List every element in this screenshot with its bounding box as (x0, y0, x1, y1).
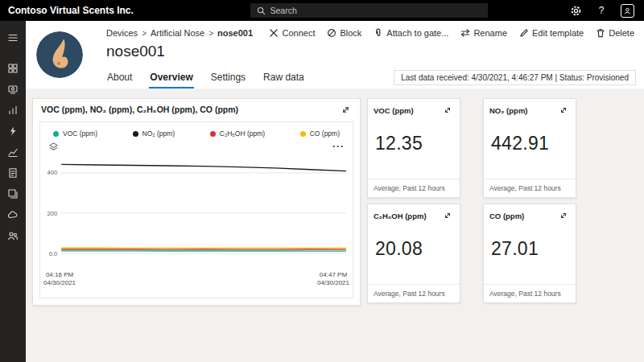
chart-card-title: VOC (ppm), NO₂ (ppm), C₂H₅OH (ppm), CO (… (41, 105, 339, 114)
voc-legend-label: VOC (ppm) (63, 130, 97, 138)
rename-label: Rename (473, 28, 507, 38)
devices-icon (7, 84, 19, 95)
settings-button[interactable] (568, 3, 583, 18)
analytics-icon (7, 146, 19, 158)
menu-icon (7, 32, 19, 43)
expand-icon (444, 212, 452, 220)
nav-item-device-groups[interactable] (0, 100, 26, 121)
tile-value: 20.08 (375, 238, 423, 260)
breadcrumb-current: nose001 (217, 28, 253, 38)
kpi-tile-co: CO (ppm) 27.01 Average, Past 12 hours (483, 204, 576, 303)
tile-footer: Average, Past 12 hours (368, 284, 460, 302)
tile-footer: Average, Past 12 hours (484, 179, 576, 197)
edit-template-label: Edit template (532, 28, 584, 38)
layers-toggle-button[interactable] (48, 142, 59, 152)
chart-card-header: VOC (ppm), NO₂ (ppm), C₂H₅OH (ppm), CO (… (33, 99, 360, 120)
search-input[interactable] (270, 6, 481, 15)
chart-x-axis: 04:16 PM 04/30/2021 04:47 PM 04/30/2021 (40, 269, 353, 287)
no2-legend-dot (133, 131, 138, 137)
expand-icon (559, 212, 568, 220)
overview-content: VOC (ppm), NO₂ (ppm), C₂H₅OH (ppm), CO (… (26, 88, 644, 362)
more-options-button[interactable]: ··· (332, 143, 345, 150)
c2h5oh-legend-label: C₂H₅OH (ppm) (220, 130, 265, 138)
topbar-actions: ? (568, 3, 644, 18)
breadcrumb-devices[interactable]: Devices (106, 28, 138, 38)
tile-footer: Average, Past 12 hours (484, 284, 576, 302)
nav-item-data-export[interactable] (0, 204, 26, 225)
tile-expand-button[interactable] (441, 209, 454, 222)
legend-item-co[interactable]: CO (ppm) (300, 130, 340, 138)
legend-item-c2h5oh[interactable]: C₂H₅OH (ppm) (210, 130, 265, 138)
nav-item-administration[interactable] (0, 225, 26, 246)
breadcrumb-artificial-nose[interactable]: Artificial Nose (151, 28, 204, 38)
nav-item-rules[interactable] (0, 121, 26, 142)
tile-expand-button[interactable] (441, 104, 454, 117)
svg-text:400: 400 (47, 170, 58, 177)
app-title: Contoso Virtual Scents Inc. (0, 5, 169, 16)
edit-icon (519, 28, 529, 38)
tile-expand-button[interactable] (557, 209, 570, 222)
tile-value: 442.91 (491, 133, 549, 154)
gear-icon (570, 5, 582, 17)
dashboard-icon (7, 63, 19, 74)
tile-header: NO₂ (ppm) (484, 99, 576, 117)
nav-menu-toggle[interactable] (0, 27, 26, 48)
connect-button[interactable]: Connect (269, 28, 315, 38)
chart-expand-button[interactable] (339, 103, 352, 116)
x-axis-end-label: 04:47 PM 04/30/2021 (317, 271, 349, 287)
expand-icon (341, 105, 350, 114)
legend-item-no2[interactable]: NO₂ (ppm) (133, 130, 175, 138)
tile-header: VOC (ppm) (368, 99, 460, 117)
nav-item-jobs[interactable] (0, 162, 26, 183)
tile-title: CO (ppm) (489, 212, 557, 220)
tile-expand-button[interactable] (557, 104, 570, 117)
tile-title: C₂H₅OH (ppm) (374, 212, 441, 220)
tile-header: C₂H₅OH (ppm) (368, 204, 460, 222)
expand-icon (444, 106, 452, 114)
tile-title: NO₂ (ppm) (489, 106, 557, 115)
edit-template-button[interactable]: Edit template (519, 28, 584, 38)
legend-item-voc[interactable]: VOC (ppm) (53, 130, 97, 138)
nav-item-devices[interactable] (0, 79, 26, 100)
nav-item-analytics[interactable] (0, 142, 26, 162)
account-button[interactable] (620, 3, 634, 18)
nav-item-device-templates[interactable] (0, 183, 26, 204)
delete-button[interactable]: Delete (596, 28, 634, 38)
tab-overview[interactable]: Overview (149, 69, 193, 88)
help-button[interactable]: ? (594, 3, 609, 18)
attach-to-gateway-button[interactable]: Attach to gate... (374, 28, 448, 38)
device-header: Devices > Artificial Nose > nose001 nose… (26, 21, 644, 88)
command-bar: Connect Block Attach to gate... Rena (269, 28, 634, 38)
account-icon (621, 4, 634, 18)
rename-button[interactable]: Rename (460, 28, 507, 38)
device-tabs: About Overview Settings Raw data (106, 69, 305, 88)
data-export-icon (7, 209, 19, 220)
tab-raw-data[interactable]: Raw data (262, 69, 305, 88)
topbar-center (169, 3, 568, 18)
block-button[interactable]: Block (327, 28, 361, 38)
tab-settings[interactable]: Settings (210, 69, 246, 88)
telemetry-line-chart: 4002000.0 (40, 152, 353, 269)
device-avatar (36, 31, 83, 78)
global-search[interactable] (250, 3, 488, 18)
layers-icon (48, 142, 59, 152)
rename-icon (460, 28, 470, 38)
co-legend-label: CO (ppm) (310, 130, 340, 138)
kpi-tile-voc: VOC (ppm) 12.35 Average, Past 12 hours (367, 98, 460, 198)
top-app-bar: Contoso Virtual Scents Inc. ? (0, 0, 644, 21)
c2h5oh-legend-dot (210, 131, 216, 137)
page-title: nose001 (106, 43, 165, 60)
breadcrumb: Devices > Artificial Nose > nose001 (106, 28, 253, 38)
tile-value: 27.01 (491, 238, 539, 260)
nav-item-dashboard[interactable] (0, 58, 26, 79)
connect-label: Connect (282, 28, 315, 38)
administration-icon (7, 230, 19, 241)
svg-text:0.0: 0.0 (49, 250, 57, 257)
expand-icon (559, 106, 568, 114)
jobs-icon (7, 167, 19, 179)
tab-about[interactable]: About (106, 69, 133, 88)
delete-label: Delete (609, 28, 634, 38)
attach-to-gateway-label: Attach to gate... (386, 28, 448, 38)
attach-icon (374, 28, 383, 38)
connect-icon (269, 28, 279, 38)
